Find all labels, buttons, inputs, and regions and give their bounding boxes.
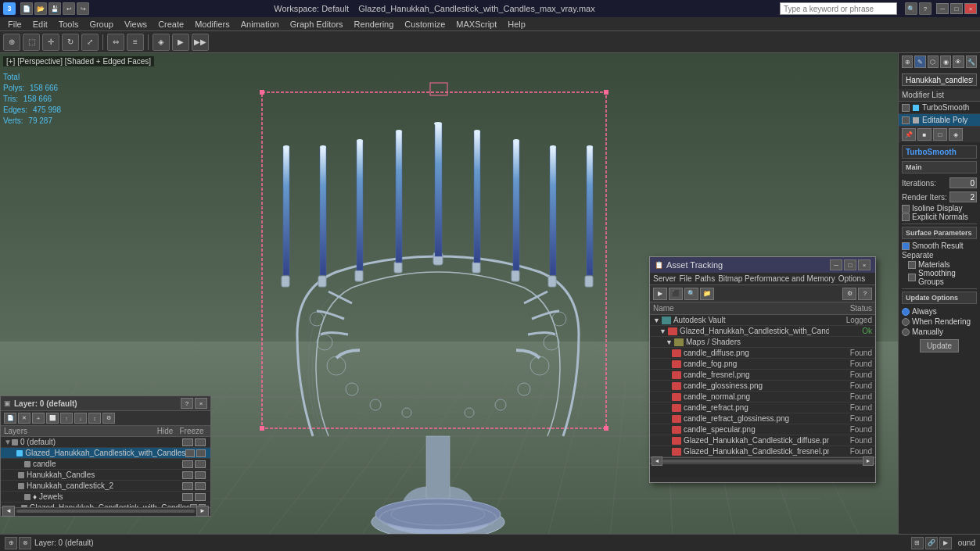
- rp-utilities-icon[interactable]: 🔧: [966, 55, 977, 68]
- menu-modifiers[interactable]: Modifiers: [190, 19, 235, 30]
- at-row-file-5[interactable]: candle_normal.png Found: [650, 392, 875, 403]
- at-row-maxfile[interactable]: ▼ Glazed_Hanukkah_Candlestick_with_Candl…: [650, 326, 875, 337]
- at-row-file-1[interactable]: candle_diffuse.png Found: [650, 348, 875, 359]
- search-icon[interactable]: 🔍: [905, 2, 917, 15]
- layer-hide-toggle-3[interactable]: [182, 471, 193, 479]
- at-menu-file[interactable]: File: [679, 274, 691, 283]
- layer-freeze-toggle-2[interactable]: [195, 460, 206, 468]
- close-btn[interactable]: ×: [964, 3, 977, 14]
- layers-move-btn[interactable]: ↕: [88, 413, 101, 424]
- layer-row-4[interactable]: Hanukkah_candlestick_2: [1, 481, 210, 492]
- param-explicit-normals-row[interactable]: Explicit Normals: [902, 213, 977, 221]
- rp-hide-icon[interactable]: □: [933, 128, 947, 141]
- at-menu-options[interactable]: Options: [838, 274, 865, 283]
- status-grid-icon[interactable]: ⊞: [911, 537, 924, 549]
- param-materials-row[interactable]: Materials: [902, 260, 977, 269]
- scroll-right-btn[interactable]: ►: [196, 506, 209, 517]
- at-maximize-btn[interactable]: □: [844, 259, 856, 270]
- modifier-check-turbossmooth[interactable]: [902, 104, 910, 112]
- layers-down-btn[interactable]: ↓: [74, 413, 87, 424]
- param-materials-chk[interactable]: [908, 261, 916, 269]
- at-menu-paths[interactable]: Paths: [695, 274, 716, 283]
- at-minimize-btn[interactable]: ─: [830, 259, 842, 270]
- at-menu-server[interactable]: Server: [653, 274, 676, 283]
- rp-show-all-icon[interactable]: ■: [917, 128, 932, 141]
- open-file-btn[interactable]: 📂: [34, 2, 47, 15]
- param-smooth-result-chk[interactable]: [902, 242, 910, 250]
- at-row-file-9[interactable]: Glazed_Hanukkah_Candlestick_diffuse.png …: [650, 435, 875, 446]
- align-btn[interactable]: ≡: [127, 34, 144, 51]
- layer-freeze-toggle-4[interactable]: [195, 482, 206, 490]
- menu-help[interactable]: Help: [503, 19, 530, 30]
- rotate-btn[interactable]: ↻: [62, 34, 79, 51]
- render-btn[interactable]: ▶: [172, 34, 189, 51]
- at-close-btn[interactable]: ×: [858, 259, 871, 270]
- menu-file[interactable]: File: [3, 19, 27, 30]
- status-icon-1[interactable]: ⊕: [5, 537, 17, 549]
- new-file-btn[interactable]: 📄: [20, 2, 33, 15]
- layers-new-btn[interactable]: 📄: [4, 413, 16, 424]
- at-btn-2[interactable]: ⬛: [669, 288, 683, 300]
- at-menu-bitmap[interactable]: Bitmap Performance and Memory: [718, 274, 835, 283]
- modifier-item-turbossmooth[interactable]: TurboSmooth: [899, 102, 980, 114]
- at-row-vault[interactable]: ▼ Autodesk Vault Logged: [650, 315, 875, 326]
- param-render-iters-input[interactable]: [949, 191, 977, 202]
- menu-animation[interactable]: Animation: [236, 19, 284, 30]
- at-row-file-3[interactable]: candle_fresnel.png Found: [650, 370, 875, 381]
- layer-row-5[interactable]: ♦ Jewels: [1, 492, 210, 503]
- maximize-btn[interactable]: □: [950, 3, 963, 14]
- at-row-file-10[interactable]: Glazed_Hanukkah_Candlestick_fresnel.png …: [650, 446, 875, 457]
- layers-select-btn[interactable]: ⬜: [46, 413, 59, 424]
- undo-btn[interactable]: ↩: [63, 2, 75, 15]
- param-smooth-result-row[interactable]: Smooth Result: [902, 242, 977, 250]
- object-name-input[interactable]: [902, 73, 977, 86]
- layer-row-6[interactable]: Glazed_Hanukkah_Candlestick_with_Candles: [1, 503, 210, 507]
- menu-edit[interactable]: Edit: [28, 19, 52, 30]
- minimize-btn[interactable]: ─: [936, 3, 949, 14]
- menu-tools[interactable]: Tools: [54, 19, 84, 30]
- param-always-radio[interactable]: [902, 308, 910, 316]
- at-btn-5[interactable]: ⚙: [842, 288, 856, 300]
- menu-graph-editors[interactable]: Graph Editors: [285, 19, 348, 30]
- status-snap-icon[interactable]: 🔗: [925, 537, 938, 549]
- update-button[interactable]: Update: [920, 339, 959, 352]
- param-smoothing-groups-chk[interactable]: [908, 274, 916, 281]
- layers-delete-btn[interactable]: ✕: [18, 413, 31, 424]
- rp-hierarchy-icon[interactable]: ⬡: [928, 55, 939, 68]
- param-explicit-normals-chk[interactable]: [902, 213, 910, 221]
- layer-freeze-toggle-1[interactable]: [196, 449, 206, 457]
- param-isoline-row[interactable]: Isoline Display: [902, 204, 977, 213]
- layer-hide-toggle-0[interactable]: [182, 438, 193, 446]
- layers-add-selection-btn[interactable]: +: [32, 413, 45, 424]
- layer-hide-toggle-5[interactable]: [182, 493, 193, 501]
- layers-panel-help-btn[interactable]: ?: [181, 398, 193, 409]
- at-row-file-2[interactable]: candle_fog.png Found: [650, 359, 875, 370]
- menu-maxscript[interactable]: MAXScript: [451, 19, 501, 30]
- layer-row-0[interactable]: ▼ 0 (default): [1, 437, 210, 448]
- rp-motion-icon[interactable]: ◉: [940, 55, 951, 68]
- at-row-file-4[interactable]: candle_glossiness.png Found: [650, 381, 875, 392]
- rp-pin-icon[interactable]: 📌: [902, 128, 916, 141]
- at-row-file-8[interactable]: candle_specular.png Found: [650, 424, 875, 435]
- param-manually-radio[interactable]: [902, 328, 910, 336]
- layer-hide-toggle-2[interactable]: [182, 460, 193, 468]
- menu-views[interactable]: Views: [120, 19, 152, 30]
- at-btn-4[interactable]: 📁: [700, 288, 714, 300]
- layer-hide-toggle-4[interactable]: [182, 482, 193, 490]
- layer-freeze-toggle-3[interactable]: [195, 471, 206, 479]
- param-manually-row[interactable]: Manually: [902, 327, 977, 337]
- mirror-btn[interactable]: ⇔: [107, 34, 124, 51]
- at-btn-1[interactable]: ▶: [653, 288, 667, 300]
- layer-hide-toggle-1[interactable]: [185, 449, 195, 457]
- at-btn-3[interactable]: 🔍: [684, 288, 698, 300]
- modifier-item-editable-poly[interactable]: Editable Poly: [899, 114, 980, 127]
- help-icon[interactable]: ?: [919, 2, 932, 15]
- material-editor-btn[interactable]: ◈: [153, 34, 170, 51]
- redo-btn[interactable]: ↪: [77, 2, 89, 15]
- menu-group[interactable]: Group: [84, 19, 118, 30]
- modifier-check-editable-poly[interactable]: [902, 116, 910, 124]
- at-row-file-7[interactable]: candle_refract_glossiness.png Found: [650, 413, 875, 424]
- scale-btn[interactable]: ⤢: [81, 34, 99, 51]
- rp-create-icon[interactable]: ⊕: [902, 55, 913, 68]
- layer-row-1[interactable]: Glazed_Hanukkah_Candlestick_with_Candles: [1, 448, 210, 459]
